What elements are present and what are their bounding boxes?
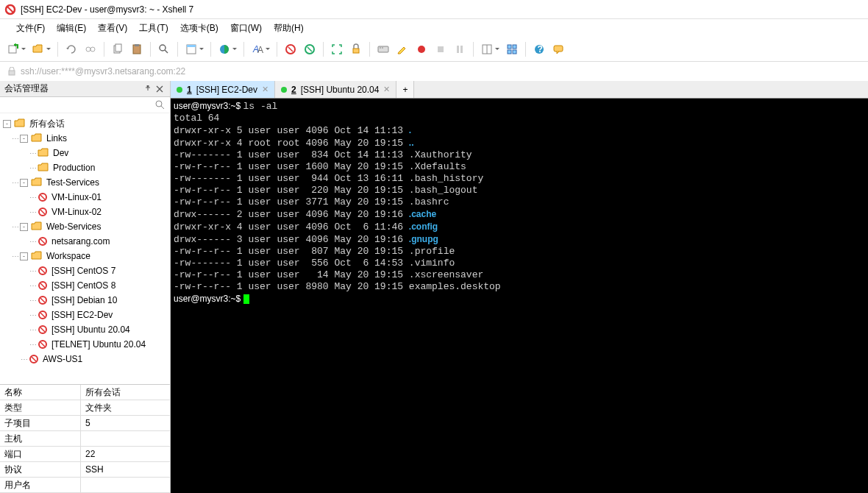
lock-button[interactable]: [347, 40, 365, 58]
stop-record-button[interactable]: [432, 40, 449, 58]
prop-val: SSH: [81, 462, 170, 477]
separator: [243, 42, 244, 57]
tree-session-centos7[interactable]: ⋯[SSH] CentOS 7: [0, 263, 170, 278]
prop-key: 类型: [0, 400, 81, 415]
xagent-button[interactable]: [282, 40, 299, 58]
tree-session-centos8[interactable]: ⋯[SSH] CentOS 8: [0, 278, 170, 293]
svg-rect-29: [508, 50, 511, 54]
prop-val: [81, 478, 170, 492]
properties-button[interactable]: [182, 40, 206, 58]
svg-rect-18: [378, 46, 388, 52]
svg-rect-24: [460, 46, 463, 53]
prop-val: 文件夹: [81, 400, 170, 415]
separator: [177, 42, 178, 57]
svg-rect-11: [187, 45, 196, 47]
separator: [525, 42, 526, 57]
tree-folder-links[interactable]: ⋯-Links: [0, 131, 170, 146]
session-tree: -所有会话 ⋯-Links ⋯Dev ⋯Production ⋯-Test-Se…: [0, 113, 170, 384]
font-button[interactable]: AA: [249, 40, 272, 58]
separator: [57, 42, 58, 57]
reconnect-button[interactable]: [63, 40, 80, 58]
tree-folder-workspace[interactable]: ⋯-Workspace: [0, 249, 170, 263]
color-scheme-button[interactable]: [216, 40, 239, 58]
pause-record-button[interactable]: [451, 40, 469, 58]
status-dot-icon: [177, 87, 182, 93]
tree-session-aws[interactable]: ⋯AWS-US1: [0, 352, 170, 366]
xftp-button[interactable]: [301, 40, 319, 58]
keymap-button[interactable]: [374, 40, 392, 58]
tree-session-ubuntu[interactable]: ⋯[SSH] Ubuntu 20.04: [0, 322, 170, 337]
menu-tools[interactable]: 工具(T): [133, 21, 174, 36]
tree-session-vm1[interactable]: ⋯VM-Linux-01: [0, 190, 170, 205]
addressbar[interactable]: ssh://user:****@mysvr3.netsarang.com:22: [0, 62, 868, 81]
search-icon[interactable]: [155, 100, 166, 110]
session-icon: [38, 324, 48, 335]
record-button[interactable]: [413, 40, 430, 58]
highlight-button[interactable]: [394, 40, 411, 58]
tab-number: 1: [187, 85, 192, 95]
tab-ubuntu[interactable]: 2 [SSH] Ubuntu 20.04 ✕: [275, 81, 396, 98]
prop-key: 协议: [0, 462, 81, 477]
separator: [210, 42, 211, 57]
lock-icon: [7, 67, 16, 76]
paste-button[interactable]: [128, 40, 146, 58]
close-panel-button[interactable]: [154, 83, 166, 95]
svg-rect-23: [457, 46, 459, 53]
session-icon: [38, 236, 48, 246]
svg-rect-22: [438, 46, 444, 52]
folder-icon: [31, 177, 43, 188]
svg-point-2: [86, 47, 90, 52]
disconnect-button[interactable]: [82, 40, 99, 58]
tree-folder-web[interactable]: ⋯-Web-Services: [0, 219, 170, 234]
menu-file[interactable]: 文件(F): [10, 21, 51, 36]
window-title: [SSH] EC2-Dev - user@mysvr3: ~ - Xshell …: [21, 4, 193, 15]
prop-val: [81, 431, 170, 446]
prop-key: 端口: [0, 447, 81, 461]
tree-session-ec2[interactable]: ⋯[SSH] EC2-Dev: [0, 308, 170, 322]
menu-tabs[interactable]: 选项卡(B): [174, 21, 224, 36]
find-button[interactable]: [155, 40, 173, 58]
separator: [369, 42, 370, 57]
menu-edit[interactable]: 编辑(E): [51, 21, 92, 36]
tree-session-vm2[interactable]: ⋯VM-Linux-02: [0, 205, 170, 219]
prop-key: 用户名: [0, 478, 81, 492]
tree-folder-production[interactable]: ⋯Production: [0, 160, 170, 175]
separator: [277, 42, 277, 57]
help-button[interactable]: ?: [530, 40, 548, 58]
tree-session-telnet[interactable]: ⋯[TELNET] Ubuntu 20.04: [0, 337, 170, 352]
copy-button[interactable]: [109, 40, 127, 58]
svg-point-8: [160, 45, 166, 51]
close-icon[interactable]: ✕: [383, 85, 390, 94]
tab-ec2-dev[interactable]: 1 [SSH] EC2-Dev ✕: [171, 81, 275, 98]
layout-button[interactable]: [478, 40, 502, 58]
menubar: 文件(F) 编辑(E) 查看(V) 工具(T) 选项卡(B) 窗口(W) 帮助(…: [0, 19, 868, 37]
feedback-button[interactable]: [549, 40, 567, 58]
prop-key: 名称: [0, 385, 81, 400]
tree-session-netsarang[interactable]: ⋯netsarang.com: [0, 234, 170, 249]
open-button[interactable]: [29, 40, 53, 58]
menu-view[interactable]: 查看(V): [92, 21, 133, 36]
new-session-button[interactable]: [4, 40, 28, 58]
svg-line-37: [161, 106, 164, 109]
menu-help[interactable]: 帮助(H): [268, 21, 310, 36]
prop-key: 主机: [0, 431, 81, 446]
fullscreen-button[interactable]: [328, 40, 346, 58]
menu-window[interactable]: 窗口(W): [224, 21, 268, 36]
properties-grid: 名称所有会话 类型文件夹 子项目5 主机 端口22 协议SSH 用户名: [0, 384, 170, 493]
session-icon: [38, 310, 48, 320]
folder-icon: [31, 250, 43, 262]
tabbar: 1 [SSH] EC2-Dev ✕ 2 [SSH] Ubuntu 20.04 ✕…: [171, 81, 868, 99]
tree-root[interactable]: -所有会话: [0, 116, 170, 131]
session-icon: [29, 354, 39, 364]
tile-button[interactable]: [503, 40, 521, 58]
terminal-output[interactable]: user@mysvr3:~$ ls -al total 64 drwxr-xr-…: [171, 99, 868, 493]
separator: [473, 42, 474, 57]
pin-button[interactable]: [142, 83, 154, 95]
close-icon[interactable]: ✕: [262, 85, 268, 94]
tree-folder-dev[interactable]: ⋯Dev: [0, 146, 170, 160]
session-icon: [38, 280, 48, 291]
prop-val: 5: [81, 416, 170, 430]
new-tab-button[interactable]: +: [396, 81, 414, 98]
tree-session-debian[interactable]: ⋯[SSH] Debian 10: [0, 293, 170, 308]
tree-folder-test[interactable]: ⋯-Test-Services: [0, 175, 170, 190]
